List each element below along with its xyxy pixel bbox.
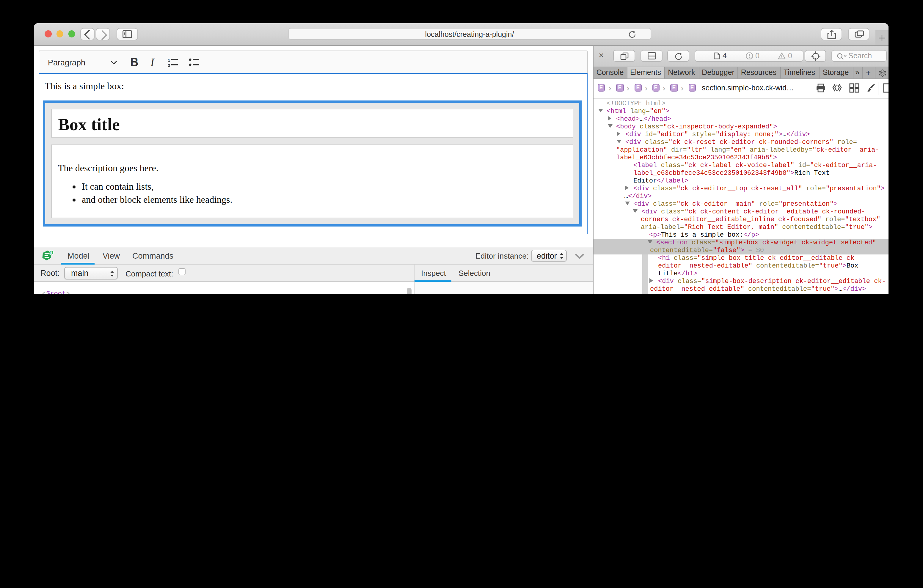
svg-text:2: 2 [168,62,170,67]
svg-text:5: 5 [50,251,53,254]
svg-text:1: 1 [168,57,170,62]
